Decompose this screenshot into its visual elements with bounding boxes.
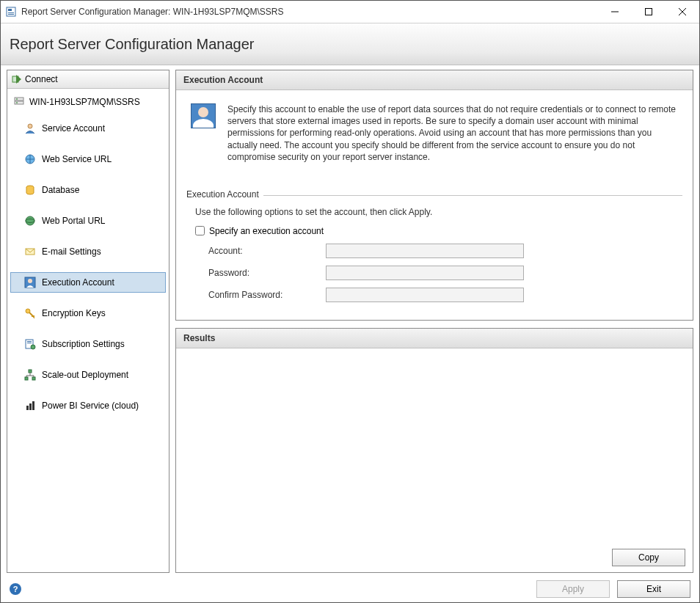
nav-powerbi-service[interactable]: Power BI Service (cloud) [10,395,166,416]
svg-rect-9 [15,98,23,100]
connect-button[interactable]: Connect [7,70,169,89]
nav-label: Scale-out Deployment [42,370,128,380]
svg-point-12 [16,102,18,103]
user-icon [24,123,36,134]
account-input[interactable] [326,244,524,258]
main-area: Execution Account Specify this account t… [175,70,693,573]
server-node[interactable]: WIN-1H93LSP7MQM\SSRS [10,93,166,111]
nav-execution-account[interactable]: Execution Account [10,272,166,293]
svg-rect-3 [8,14,14,15]
close-button[interactable] [666,1,699,23]
svg-point-11 [16,98,18,100]
nav-database[interactable]: Database [10,180,166,200]
execution-account-group: Execution Account Use the following opti… [186,183,682,302]
key-icon [24,307,36,319]
minimize-button[interactable] [598,1,632,23]
panel-description: Specify this account to enable the use o… [227,103,678,163]
svg-rect-1 [8,9,12,11]
titlebar: Report Server Configuration Manager: WIN… [1,1,699,23]
nav-label: Web Service URL [42,154,112,164]
powerbi-icon [24,400,36,412]
panel-title: Execution Account [176,70,693,90]
execution-account-icon [24,277,36,288]
account-label: Account: [208,246,326,256]
confirm-password-label: Confirm Password: [208,290,326,300]
svg-rect-24 [27,343,32,343]
nav-label: Execution Account [42,277,114,288]
svg-point-25 [31,345,35,349]
window-title: Report Server Configuration Manager: WIN… [21,7,283,17]
svg-rect-2 [8,12,14,13]
results-panel: Results Copy [175,328,693,573]
server-label: WIN-1H93LSP7MQM\SSRS [29,97,140,107]
mail-icon [24,246,36,257]
connect-icon [12,74,22,84]
nav-encryption-keys[interactable]: Encryption Keys [10,303,166,324]
results-title: Results [176,329,693,348]
execution-account-panel: Execution Account Specify this account t… [175,70,693,321]
svg-point-13 [28,124,32,128]
nav-label: Database [42,185,79,195]
svg-rect-31 [32,401,34,410]
connect-label: Connect [25,74,58,84]
nav-label: Web Portal URL [42,216,105,226]
nav-subscription-settings[interactable]: Subscription Settings [10,334,166,354]
globe-icon [24,215,36,227]
nav-email-settings[interactable]: E-mail Settings [10,241,166,262]
svg-point-20 [28,279,32,283]
svg-rect-5 [646,9,652,15]
svg-rect-30 [29,403,32,410]
globe-link-icon [24,153,36,165]
nav-label: Power BI Service (cloud) [42,401,139,411]
svg-rect-27 [25,377,28,380]
server-icon [13,96,25,108]
svg-rect-29 [26,406,29,410]
confirm-password-input[interactable] [326,288,524,302]
nav-label: Service Account [42,123,105,134]
svg-rect-10 [15,101,23,104]
help-icon[interactable]: ? [10,583,21,595]
svg-rect-28 [32,377,35,380]
nav-label: Subscription Settings [42,339,125,349]
app-title: Report Server Configuration Manager [10,36,255,53]
nav-label: E-mail Settings [42,246,101,257]
nav-web-service-url[interactable]: Web Service URL [10,149,166,169]
footer: ? Apply Exit [1,576,699,602]
nav-web-portal-url[interactable]: Web Portal URL [10,211,166,231]
svg-rect-23 [27,341,32,342]
password-input[interactable] [326,266,524,280]
nav-service-account[interactable]: Service Account [10,118,166,139]
database-icon [24,184,36,196]
results-body: Copy [176,348,693,572]
specify-account-label[interactable]: Specify an execution account [209,226,324,236]
nav-scaleout-deployment[interactable]: Scale-out Deployment [10,365,166,385]
apply-button[interactable]: Apply [536,580,610,598]
group-legend: Execution Account [186,189,263,200]
svg-point-16 [26,216,34,225]
app-icon [5,6,17,18]
app-header: Report Server Configuration Manager [1,23,699,65]
exit-button[interactable]: Exit [617,580,690,598]
sidebar: Connect WIN-1H93LSP7MQM\SSRS Service Acc… [7,70,169,573]
svg-rect-26 [29,370,32,373]
subscription-icon [24,338,36,350]
group-hint: Use the following options to set the acc… [195,207,682,217]
app-window: Report Server Configuration Manager: WIN… [0,0,700,603]
copy-button[interactable]: Copy [612,549,685,566]
nav-label: Encryption Keys [42,308,106,318]
maximize-button[interactable] [632,1,666,23]
specify-account-checkbox[interactable] [195,226,205,235]
execution-account-avatar-icon [191,103,216,128]
nav-list: WIN-1H93LSP7MQM\SSRS Service Account Web… [7,89,169,431]
password-label: Password: [208,268,326,278]
scaleout-icon [24,369,36,381]
svg-rect-0 [7,7,15,16]
